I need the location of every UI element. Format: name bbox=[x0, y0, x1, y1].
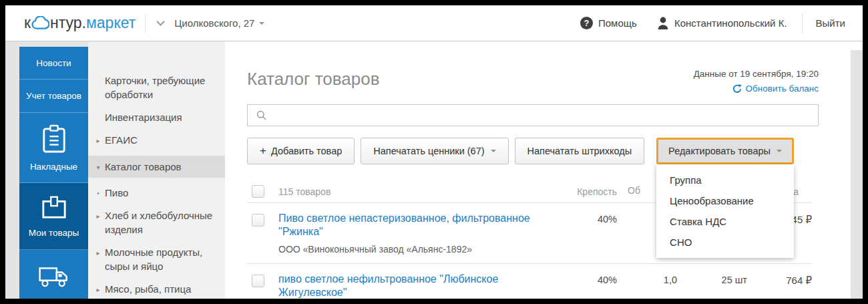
print-barcodes-button[interactable]: Напечатать штрихкоды bbox=[515, 138, 645, 164]
row-checkbox[interactable] bbox=[252, 275, 264, 287]
expand-arrow-icon: ▸ bbox=[93, 246, 103, 260]
products-count: 115 товаров bbox=[278, 186, 560, 197]
button-label: Добавить товар bbox=[271, 146, 342, 156]
sidebar-item-label: Накладные bbox=[30, 162, 77, 172]
item-label: Каталог товаров bbox=[105, 161, 182, 172]
user-name: Константинопольский К. bbox=[674, 17, 787, 29]
product-cell: пиво светлое нефильтрованное "Любинское … bbox=[278, 273, 560, 299]
header-divider bbox=[145, 14, 146, 33]
sidebar-item-cards-to-process[interactable]: Карточки, требующие обработки bbox=[88, 73, 225, 102]
volume-value: 1,0 bbox=[617, 275, 677, 285]
store-selector[interactable]: Циолковского, 27 bbox=[174, 17, 264, 29]
sidebar-item-my-goods[interactable]: Мои товары bbox=[19, 183, 88, 250]
search-icon bbox=[256, 110, 266, 120]
button-label: Напечатать ценники (67) bbox=[373, 146, 484, 156]
app-window: к нтур. маркет Циолковского, 27 Помощь bbox=[5, 5, 863, 299]
refresh-balance-link[interactable]: Обновить баланс bbox=[694, 84, 819, 94]
cloud-icon bbox=[31, 16, 49, 30]
page-title: Каталог товаров bbox=[247, 69, 380, 90]
logo-text-accent: маркет bbox=[86, 14, 136, 32]
sidebar-item-catalog[interactable]: ▾ Каталог товаров bbox=[88, 156, 225, 178]
strength-value: 40% bbox=[560, 214, 617, 224]
product-name-link[interactable]: Пиво светлое непастеризованное, фильтров… bbox=[278, 212, 560, 239]
sidebar-item-accounting[interactable]: Учет товаров bbox=[19, 80, 88, 113]
row-checkbox[interactable] bbox=[252, 214, 264, 226]
add-product-button[interactable]: Добавить товар bbox=[247, 138, 355, 164]
sidebar-item-label: Мои товары bbox=[29, 228, 79, 238]
sidebar-item-label: Новости bbox=[36, 58, 71, 68]
top-header: к нтур. маркет Циолковского, 27 Помощь bbox=[5, 5, 863, 41]
menu-item-vat-rate[interactable]: Ставка НДС bbox=[656, 211, 794, 232]
button-label: Редактировать товары bbox=[668, 146, 771, 156]
table-row: пиво светлое нефильтрованное "Любинское … bbox=[247, 264, 812, 299]
question-mark-icon bbox=[580, 17, 593, 29]
secondary-sidebar: Карточки, требующие обработки Инвентариз… bbox=[88, 41, 225, 299]
print-price-tags-button[interactable]: Напечатать ценники (67) bbox=[361, 138, 508, 164]
help-button[interactable]: Помощь bbox=[580, 17, 637, 29]
chevron-down-icon[interactable] bbox=[156, 17, 165, 26]
expand-arrow-icon: ▸ bbox=[93, 283, 103, 297]
header-right: Помощь Константинопольский К. Выйти bbox=[580, 13, 845, 33]
product-name-link[interactable]: пиво светлое нефильтрованное "Любинское … bbox=[278, 273, 560, 299]
item-label: Мясо, рыба, птица bbox=[105, 283, 191, 295]
column-header-strength: Крепость bbox=[560, 186, 617, 197]
logo-text-mid: нтур. bbox=[50, 14, 86, 32]
collapse-arrow-icon: ▾ bbox=[93, 160, 103, 174]
dropdown-arrow-icon bbox=[259, 22, 264, 27]
menu-item-sno[interactable]: СНО bbox=[656, 232, 794, 253]
product-manufacturer: ООО «Виноконьячный завод «Альянс-1892» bbox=[278, 243, 560, 255]
select-all-checkbox[interactable] bbox=[252, 185, 264, 198]
scrollbar-column bbox=[851, 41, 863, 299]
plus-icon bbox=[260, 144, 266, 158]
menu-item-pricing[interactable]: Ценообразование bbox=[656, 190, 794, 211]
user-menu[interactable]: Константинопольский К. bbox=[657, 17, 787, 29]
edit-products-button[interactable]: Редактировать товары bbox=[656, 138, 794, 164]
dropdown-arrow-icon bbox=[777, 150, 782, 155]
expand-arrow-icon: ▸ bbox=[93, 209, 103, 223]
item-label: ЕГАИС bbox=[105, 134, 138, 146]
truck-icon bbox=[38, 266, 69, 290]
header-divider bbox=[802, 13, 803, 33]
item-label: Инвентаризация bbox=[105, 112, 182, 123]
sidebar-item-delivery[interactable] bbox=[19, 250, 88, 299]
sidebar-item-meat[interactable]: ▸ Мясо, рыба, птица bbox=[88, 282, 225, 296]
main-content: Каталог товаров Данные от 19 сентября, 1… bbox=[225, 41, 851, 299]
refresh-label: Обновить баланс bbox=[746, 84, 819, 94]
primary-sidebar: Новости Учет товаров bbox=[19, 47, 88, 299]
app-body: Новости Учет товаров bbox=[5, 41, 863, 299]
store-selector-label: Циолковского, 27 bbox=[174, 17, 254, 29]
sidebar-item-bread[interactable]: ▸ Хлеб и хлебобулочные изделия bbox=[88, 208, 225, 237]
item-label: Пиво bbox=[105, 187, 128, 198]
box-icon bbox=[40, 194, 68, 222]
menu-item-group[interactable]: Группа bbox=[656, 170, 794, 190]
button-label: Напечатать штрихкоды bbox=[527, 146, 632, 156]
strength-value: 40% bbox=[560, 275, 617, 285]
left-gutter bbox=[5, 41, 19, 299]
product-cell: Пиво светлое непастеризованное, фильтров… bbox=[278, 212, 560, 255]
bullet-icon: • bbox=[93, 186, 103, 200]
sidebar-item-inventory[interactable]: Инвентаризация bbox=[88, 110, 225, 124]
sidebar-item-egais[interactable]: ▸ ЕГАИС bbox=[88, 133, 225, 147]
sidebar-item-beer[interactable]: • Пиво bbox=[88, 186, 225, 200]
sidebar-item-dairy[interactable]: ▸ Молочные продукты, сыры и яйцо bbox=[88, 245, 225, 273]
search-box bbox=[247, 104, 819, 126]
edit-products-dropdown: Редактировать товары Группа Ценообразова… bbox=[656, 138, 794, 164]
price-value: 764 ₽ bbox=[747, 275, 812, 287]
item-label: Молочные продукты, сыры и яйцо bbox=[105, 247, 202, 272]
item-label: Карточки, требующие обработки bbox=[105, 75, 205, 100]
expand-arrow-icon: ▸ bbox=[93, 134, 103, 148]
sidebar-item-label: Учет товаров bbox=[26, 91, 81, 101]
logout-button[interactable]: Выйти bbox=[816, 17, 845, 29]
scrollbar[interactable] bbox=[851, 50, 863, 299]
refresh-icon bbox=[732, 84, 742, 94]
data-timestamp: Данные от 19 сентября, 19:20 bbox=[694, 69, 819, 79]
sidebar-item-invoices[interactable]: Накладные bbox=[19, 113, 88, 183]
screen-frame: к нтур. маркет Циолковского, 27 Помощь bbox=[0, 0, 868, 304]
search-input[interactable] bbox=[272, 105, 811, 126]
kontur-market-logo[interactable]: к нтур. маркет bbox=[24, 14, 136, 32]
sidebar-item-news[interactable]: Новости bbox=[19, 47, 88, 80]
clipboard-icon bbox=[41, 124, 67, 156]
dropdown-arrow-icon bbox=[491, 150, 496, 155]
data-info-block: Данные от 19 сентября, 19:20 Обновить ба… bbox=[694, 69, 819, 94]
help-label: Помощь bbox=[598, 17, 637, 29]
